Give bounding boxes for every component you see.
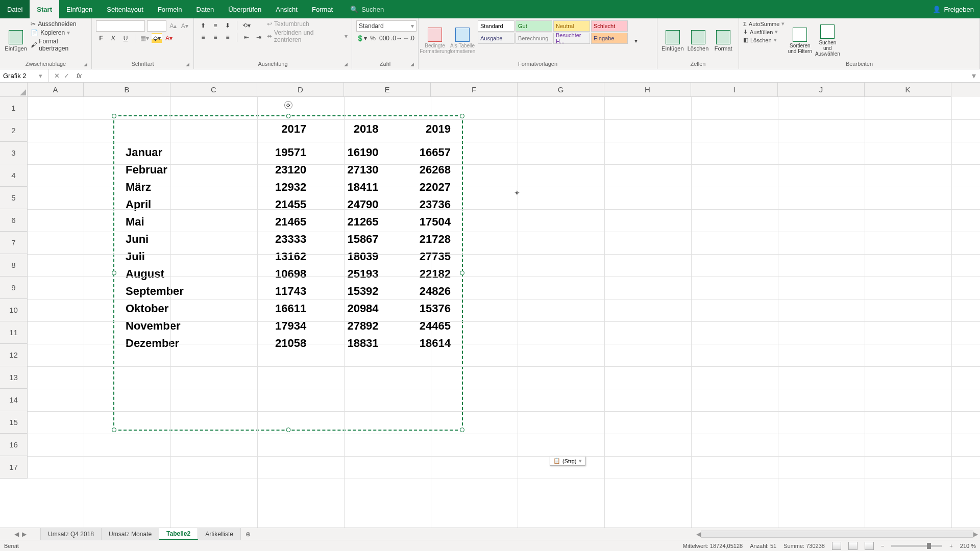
file-tab[interactable]: Datei (0, 0, 30, 18)
row-header-3[interactable]: 3 (0, 142, 28, 164)
ribbon-tab-start[interactable]: Start (30, 0, 59, 18)
sheet-tab-tabelle2[interactable]: Tabelle2 (159, 528, 198, 540)
cancel-formula-button[interactable]: ✕ (54, 72, 60, 80)
row-header-4[interactable]: 4 (0, 164, 28, 187)
bold-button[interactable]: F (96, 33, 106, 43)
formula-expand-button[interactable]: ▾ (968, 71, 980, 81)
sheet-tab-umsatz-q4-2018[interactable]: Umsatz Q4 2018 (41, 528, 102, 540)
resize-handle-w[interactable] (112, 271, 116, 276)
row-header-12[interactable]: 12 (0, 344, 28, 366)
column-header-G[interactable]: G (518, 83, 604, 97)
inc-decimal-button[interactable]: .0→ (391, 33, 402, 43)
fill-color-button[interactable]: ⬙▾ (152, 33, 162, 43)
percent-button[interactable]: % (369, 33, 377, 43)
row-header-7[interactable]: 7 (0, 232, 28, 254)
merge-center-button[interactable]: ⬌Verbinden und zentrieren▾ (267, 29, 348, 43)
border-button[interactable]: ▦▾ (139, 33, 150, 43)
resize-handle-s[interactable] (286, 428, 290, 432)
fx-icon[interactable]: fx (77, 72, 82, 80)
conditional-formatting-button[interactable]: Bedingte Formatierung (423, 20, 447, 61)
row-header-15[interactable]: 15 (0, 411, 28, 434)
resize-handle-se[interactable] (460, 428, 464, 432)
resize-handle-n[interactable] (286, 114, 290, 118)
sort-filter-button[interactable]: Sortieren und Filtern (788, 20, 812, 61)
underline-button[interactable]: U (120, 33, 131, 43)
ribbon-tab-ansicht[interactable]: Ansicht (268, 0, 305, 18)
column-header-I[interactable]: I (691, 83, 778, 97)
row-header-13[interactable]: 13 (0, 366, 28, 389)
row-header-10[interactable]: 10 (0, 299, 28, 321)
row-header-1[interactable]: 1 (0, 97, 28, 119)
cell-style-5[interactable]: Berechnung (516, 33, 552, 44)
share-button[interactable]: 👤 Freigeben (933, 6, 974, 13)
zoom-level[interactable]: 210 % (960, 543, 976, 549)
name-box-input[interactable] (3, 72, 39, 80)
view-pagebreak-button[interactable] (865, 542, 874, 550)
view-pagelayout-button[interactable] (848, 542, 857, 550)
horizontal-scrollbar[interactable]: ◀▶ (694, 528, 980, 540)
enter-formula-button[interactable]: ✓ (64, 72, 69, 80)
cell-style-3[interactable]: Schlecht (591, 20, 628, 32)
row-header-17[interactable]: 17 (0, 456, 28, 479)
autosum-button[interactable]: ΣAutoSumme▾ (743, 20, 785, 27)
column-headers[interactable]: ABCDEFGHIJK (28, 83, 980, 97)
format-painter-button[interactable]: 🖌Format übertragen (31, 38, 87, 52)
column-header-H[interactable]: H (604, 83, 691, 97)
currency-button[interactable]: 💲▾ (356, 33, 366, 43)
paste-button[interactable]: Einfügen (4, 20, 28, 61)
row-header-14[interactable]: 14 (0, 389, 28, 411)
indent-dec-button[interactable]: ⇤ (241, 32, 252, 42)
row-header-11[interactable]: 11 (0, 321, 28, 344)
delete-cells-button[interactable]: Löschen (687, 20, 709, 61)
indent-inc-button[interactable]: ⇥ (254, 32, 264, 42)
tell-me-search[interactable]: 🔍 Suchen (350, 6, 384, 13)
row-header-16[interactable]: 16 (0, 434, 28, 456)
zoom-out-button[interactable]: − (881, 543, 884, 549)
column-header-K[interactable]: K (865, 83, 951, 97)
format-as-table-button[interactable]: Als Tabelle formatieren (450, 20, 475, 61)
find-select-button[interactable]: Suchen und Auswählen (815, 20, 840, 61)
cell-style-0[interactable]: Standard (478, 20, 514, 32)
ribbon-tab-format[interactable]: Format (305, 0, 340, 18)
cell-style-6[interactable]: Besuchter H... (553, 33, 590, 44)
select-all-button[interactable] (0, 83, 28, 97)
column-header-A[interactable]: A (28, 83, 84, 97)
italic-button[interactable]: K (108, 33, 118, 43)
align-bottom-button[interactable]: ⬇ (223, 20, 233, 31)
font-color-button[interactable]: A▾ (164, 33, 174, 43)
sheet-nav-buttons[interactable]: ◀▶ (0, 528, 41, 540)
cell-style-4[interactable]: Ausgabe (478, 33, 514, 44)
cell-styles-gallery[interactable]: StandardGutNeutralSchlechtAusgabeBerechn… (478, 20, 628, 61)
resize-handle-nw[interactable] (112, 114, 116, 118)
formula-input[interactable] (87, 69, 968, 82)
row-header-9[interactable]: 9 (0, 277, 28, 299)
grow-font-button[interactable]: A▴ (168, 21, 178, 31)
name-box[interactable]: ▾ (0, 69, 49, 82)
resize-handle-ne[interactable] (460, 114, 464, 118)
pasted-picture-selection[interactable]: ⟳ 201720182019Januar195711619016657Febru… (113, 115, 463, 431)
align-middle-button[interactable]: ≡ (210, 20, 220, 31)
column-header-C[interactable]: C (170, 83, 257, 97)
font-size-combo[interactable] (147, 20, 166, 32)
number-format-combo[interactable]: Standard▾ (356, 20, 416, 32)
sheet-tab-artikelliste[interactable]: Artikelliste (198, 528, 241, 540)
thousands-button[interactable]: 000 (379, 33, 389, 43)
row-headers[interactable]: 1234567891011121314151617 (0, 97, 28, 479)
cell-style-7[interactable]: Eingabe (591, 33, 628, 44)
orientation-button[interactable]: ⟲▾ (241, 20, 252, 31)
shrink-font-button[interactable]: A▾ (180, 21, 189, 31)
align-top-button[interactable]: ⬆ (198, 20, 208, 31)
cut-button[interactable]: ✂Ausschneiden (31, 20, 87, 28)
column-header-E[interactable]: E (344, 83, 431, 97)
column-header-D[interactable]: D (257, 83, 344, 97)
align-left-button[interactable]: ≡ (198, 32, 208, 42)
ribbon-tab-formeln[interactable]: Formeln (151, 0, 189, 18)
cell-style-2[interactable]: Neutral (553, 20, 590, 32)
zoom-slider[interactable] (891, 545, 942, 547)
rotate-handle[interactable]: ⟳ (284, 101, 292, 109)
ribbon-tab-überprüfen[interactable]: Überprüfen (221, 0, 268, 18)
zoom-in-button[interactable]: + (949, 543, 952, 549)
format-cells-button[interactable]: Format (712, 20, 734, 61)
ribbon-tab-einfügen[interactable]: Einfügen (59, 0, 100, 18)
column-header-B[interactable]: B (84, 83, 170, 97)
